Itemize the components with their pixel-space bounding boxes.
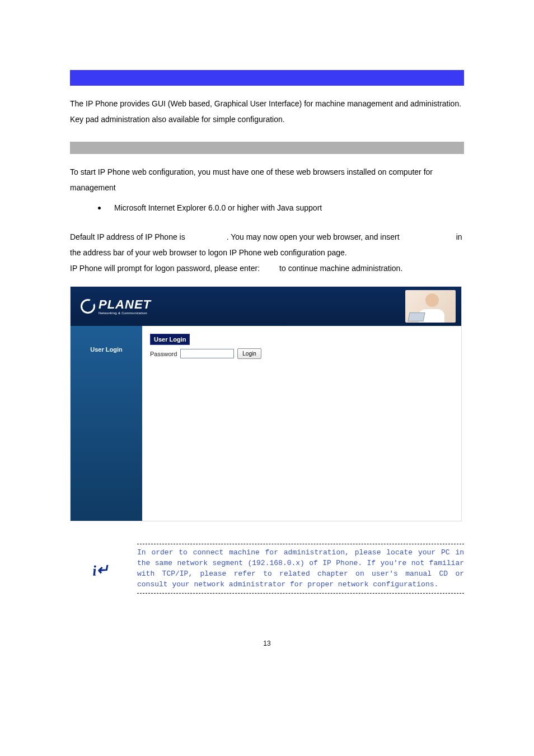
note-text: In order to connect machine for administ… <box>137 548 464 590</box>
note-rule-top <box>137 544 464 544</box>
logo-ring-icon <box>81 299 95 314</box>
browser-requirement: Microsoft Internet Explorer 6.0.0 or hig… <box>98 203 464 212</box>
note-block: i↵ In order to connect machine for admin… <box>70 543 464 594</box>
brand-name: PLANET <box>99 298 151 311</box>
main-pane: User Login Password Login <box>142 326 461 521</box>
login-screenshot: PLANET Networking & Communication User L… <box>70 286 462 521</box>
ip-line3-suffix: to continue machine administration. <box>279 264 402 273</box>
bullet-icon <box>98 207 101 209</box>
ip-line1-prefix: Default IP address of IP Phone is <box>70 232 188 241</box>
note-icon: i↵ <box>92 561 109 580</box>
pane-title: User Login <box>150 334 190 345</box>
ip-line1-suffix: . You may now open your web browser, and… <box>227 232 402 241</box>
ip-gap-3 <box>262 264 277 273</box>
chapter-banner <box>70 70 464 86</box>
app-header: PLANET Networking & Communication <box>71 287 461 326</box>
browser-requirement-text: Microsoft Internet Explorer 6.0.0 or hig… <box>114 203 322 212</box>
web-req-intro: To start IP Phone web configuration, you… <box>70 164 464 195</box>
password-label: Password <box>150 351 177 357</box>
brand-logo: PLANET Networking & Communication <box>81 298 151 315</box>
note-rule-bottom <box>137 593 464 594</box>
section-bar <box>70 142 464 154</box>
intro-paragraph: The IP Phone provides GUI (Web based, Gr… <box>70 96 464 127</box>
ip-gap-1 <box>188 232 224 241</box>
login-button[interactable]: Login <box>237 348 261 359</box>
password-input[interactable] <box>180 349 234 358</box>
default-ip-block: Default IP address of IP Phone is . You … <box>70 229 464 276</box>
ip-line3-prefix: IP Phone will prompt for logon password,… <box>70 264 262 273</box>
ip-gap-2 <box>402 232 454 241</box>
brand-sub: Networking & Communication <box>99 311 151 315</box>
header-photo <box>405 290 456 323</box>
sidebar-item-user-login[interactable]: User Login <box>71 346 142 353</box>
page-number: 13 <box>70 640 464 647</box>
sidebar: User Login <box>71 326 142 521</box>
